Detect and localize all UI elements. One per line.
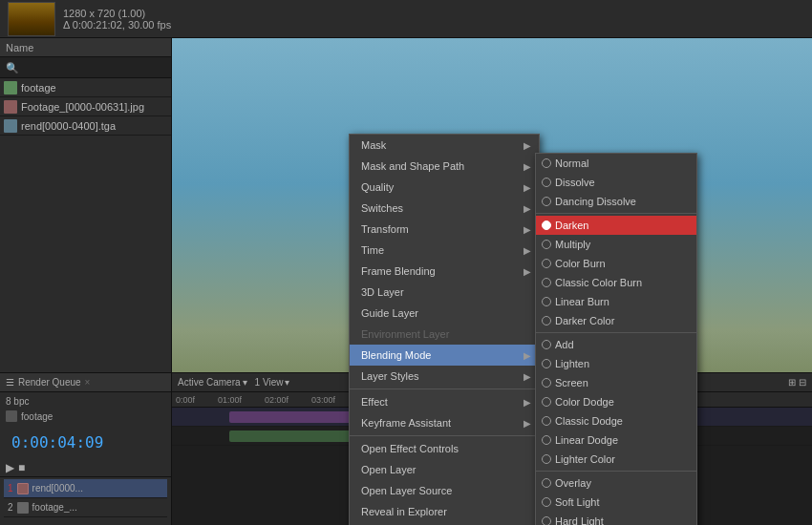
menu-item-quality[interactable]: Quality ▶ xyxy=(350,177,539,198)
radio-icon xyxy=(542,416,551,426)
menu-item-environment-layer: Environment Layer xyxy=(350,324,539,345)
submenu-item-darken[interactable]: Darken xyxy=(536,216,696,235)
radio-icon xyxy=(542,240,551,249)
radio-icon xyxy=(542,158,551,168)
radio-icon xyxy=(542,197,551,206)
submenu-item-color-burn[interactable]: Color Burn xyxy=(536,254,696,273)
radio-icon xyxy=(542,259,551,268)
timeline-layer-name: footage_... xyxy=(32,502,77,513)
radio-icon xyxy=(542,178,551,187)
menu-item-effect[interactable]: Effect ▶ xyxy=(350,391,539,412)
submenu-item-lighten[interactable]: Lighten xyxy=(536,354,696,373)
preview-thumbnail xyxy=(8,2,55,36)
submenu-item-linear-dodge[interactable]: Linear Dodge xyxy=(536,430,696,450)
context-menu: Mask ▶ Mask and Shape Path ▶ Quality ▶ S… xyxy=(349,134,540,525)
footage-icon xyxy=(4,81,17,94)
menu-item-open-layer-source[interactable]: Open Layer Source xyxy=(350,480,539,501)
menu-item-transform[interactable]: Transform ▶ xyxy=(350,219,539,240)
render-queue-panel: ☰ Render Queue × 8 bpc footage 0:00:04:0… xyxy=(0,373,172,525)
list-item[interactable]: Footage_[0000-00631].jpg xyxy=(0,97,171,116)
render-queue-icon: ☰ xyxy=(6,377,14,388)
menu-item-layer-styles[interactable]: Layer Styles ▶ xyxy=(350,366,539,387)
menu-item-keyframe-assistant[interactable]: Keyframe Assistant ▶ xyxy=(350,412,539,433)
transport-controls[interactable]: ▶ ■ xyxy=(0,459,171,476)
radio-icon xyxy=(542,435,551,445)
view-dropdown-icon[interactable]: ▾ xyxy=(285,377,289,388)
separator xyxy=(350,388,539,389)
menu-item-switches[interactable]: Switches ▶ xyxy=(350,198,539,219)
timecode-section: 0:00:04:09 xyxy=(0,426,171,459)
arrow-icon: ▶ xyxy=(524,161,531,172)
arrow-icon: ▶ xyxy=(524,203,531,214)
footage-name: footage xyxy=(21,411,53,422)
separator xyxy=(536,332,696,333)
view-label: 1 View xyxy=(255,377,284,388)
layer-number: 2 xyxy=(8,502,13,513)
menu-item-3d-layer[interactable]: 3D Layer xyxy=(350,282,539,303)
submenu-item-linear-burn[interactable]: Linear Burn xyxy=(536,292,696,311)
submenu-item-dancing-dissolve[interactable]: Dancing Dissolve xyxy=(536,192,696,211)
arrow-icon: ▶ xyxy=(524,182,531,193)
arrow-icon: ▶ xyxy=(524,418,531,429)
submenu-item-screen[interactable]: Screen xyxy=(536,373,696,392)
radio-icon xyxy=(542,297,551,306)
footage-layer-icon xyxy=(17,502,29,514)
menu-item-blending-mode[interactable]: Blending Mode ▶ xyxy=(350,345,539,366)
timeline-row[interactable]: 2 footage_... xyxy=(4,498,167,517)
submenu-item-hard-light[interactable]: Hard Light xyxy=(536,512,696,525)
play-button[interactable]: ▶ xyxy=(6,461,14,474)
top-bar: 1280 x 720 (1.00) Δ 0:00:21:02, 30.00 fp… xyxy=(0,0,812,38)
submenu-item-soft-light[interactable]: Soft Light xyxy=(536,493,696,512)
camera-dropdown-icon[interactable]: ▾ xyxy=(243,377,247,388)
blending-mode-submenu: Normal Dissolve Dancing Dissolve Darken … xyxy=(535,153,697,525)
layer-name: footage xyxy=(21,82,56,94)
submenu-item-color-dodge[interactable]: Color Dodge xyxy=(536,392,696,411)
top-info: 1280 x 720 (1.00) Δ 0:00:21:02, 30.00 fp… xyxy=(63,8,171,31)
render-queue-header: ☰ Render Queue × xyxy=(0,373,171,392)
timecode-display: 0:00:04:09 xyxy=(6,430,109,455)
jpg-icon xyxy=(4,100,17,114)
submenu-item-overlay[interactable]: Overlay xyxy=(536,473,696,493)
layer-number: 1 xyxy=(8,483,13,494)
footage-icon-small xyxy=(6,410,17,422)
stop-button[interactable]: ■ xyxy=(18,461,25,474)
layer-name: rend[0000-0400].tga xyxy=(21,120,116,132)
menu-item-frame-blending[interactable]: Frame Blending ▶ xyxy=(350,261,539,282)
layer-panel-header: Name xyxy=(0,38,171,57)
arrow-icon: ▶ xyxy=(524,350,531,361)
list-item[interactable]: rend[0000-0400].tga xyxy=(0,116,171,136)
menu-item-open-layer[interactable]: Open Layer xyxy=(350,459,539,480)
search-input[interactable] xyxy=(6,62,165,74)
timeline-row[interactable]: 1 rend[0000... xyxy=(4,479,167,498)
submenu-item-lighter-color[interactable]: Lighter Color xyxy=(536,450,696,469)
radio-icon xyxy=(542,340,551,349)
submenu-item-classic-dodge[interactable]: Classic Dodge xyxy=(536,411,696,430)
menu-item-open-effect-controls[interactable]: Open Effect Controls xyxy=(350,438,539,459)
menu-item-reveal-explorer[interactable]: Reveal in Explorer xyxy=(350,501,539,522)
render-info: 8 bpc footage xyxy=(0,392,171,426)
submenu-item-add[interactable]: Add xyxy=(536,335,696,354)
timeline-layers: 1 rend[0000... 2 footage_... xyxy=(0,476,171,519)
render-layer-icon xyxy=(17,483,29,494)
search-bar[interactable] xyxy=(0,57,171,78)
radio-icon xyxy=(542,378,551,388)
submenu-item-classic-color-burn[interactable]: Classic Color Burn xyxy=(536,273,696,292)
arrow-icon: ▶ xyxy=(524,266,531,277)
menu-item-mask[interactable]: Mask ▶ xyxy=(350,135,539,156)
radio-icon xyxy=(542,397,551,407)
separator xyxy=(350,435,539,436)
menu-item-guide-layer[interactable]: Guide Layer xyxy=(350,303,539,324)
submenu-item-dissolve[interactable]: Dissolve xyxy=(536,173,696,192)
separator xyxy=(536,471,696,472)
submenu-item-normal[interactable]: Normal xyxy=(536,154,696,173)
radio-icon xyxy=(542,278,551,287)
resolution-label: 1280 x 720 (1.00) xyxy=(63,8,171,19)
menu-item-mask-shape[interactable]: Mask and Shape Path ▶ xyxy=(350,156,539,177)
radio-icon xyxy=(542,478,551,488)
arrow-icon: ▶ xyxy=(524,397,531,408)
submenu-item-darker-color[interactable]: Darker Color xyxy=(536,311,696,330)
submenu-item-multiply[interactable]: Multiply xyxy=(536,235,696,254)
menu-item-time[interactable]: Time ▶ xyxy=(350,240,539,261)
list-item[interactable]: footage xyxy=(0,78,171,97)
radio-icon xyxy=(542,516,551,525)
